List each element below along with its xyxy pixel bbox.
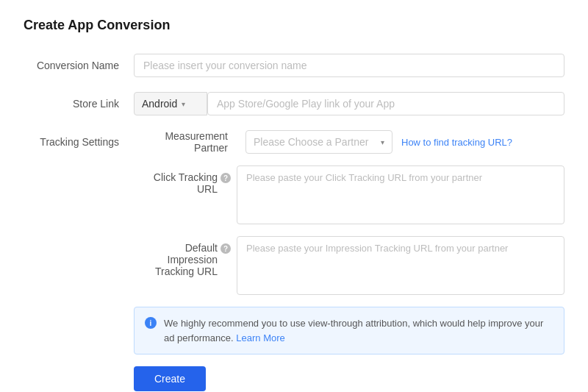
store-select-dropdown[interactable]: Android ▾ (134, 92, 207, 115)
partner-placeholder: Please Choose a Partner (254, 136, 368, 148)
impression-tracking-url-input[interactable] (237, 236, 564, 295)
store-link-label: Store Link (24, 92, 134, 110)
tracking-settings-section: Tracking Settings Measurement Partner Pl… (24, 130, 564, 354)
impression-tracking-url-label: Default Impression Tracking URL (134, 242, 218, 277)
tracking-settings-label: Tracking Settings (24, 130, 134, 148)
click-tracking-url-label-group: Click Tracking URL ? (134, 165, 237, 195)
measurement-partner-dropdown[interactable]: Please Choose a Partner ▾ (245, 130, 392, 154)
conversion-name-row: Conversion Name (24, 54, 564, 77)
info-icon: i (145, 317, 157, 329)
create-button[interactable]: Create (134, 366, 206, 391)
chevron-down-icon: ▾ (381, 138, 384, 146)
measurement-partner-row: Measurement Partner Please Choose a Part… (134, 130, 564, 154)
click-tracking-url-row: Click Tracking URL ? (134, 165, 564, 224)
chevron-down-icon: ▾ (182, 100, 185, 108)
info-box-main-text: We highly recommend you to use view-thro… (164, 318, 543, 343)
how-to-find-tracking-url-link[interactable]: How to find tracking URL? (401, 137, 512, 148)
learn-more-link[interactable]: Learn More (236, 332, 284, 343)
impression-tracking-url-help-icon[interactable]: ? (220, 243, 231, 254)
info-box: i We highly recommend you to use view-th… (134, 307, 564, 354)
create-app-conversion-form: Conversion Name Store Link Android ▾ Tra… (24, 54, 564, 354)
click-tracking-url-input[interactable] (237, 165, 564, 224)
store-link-row: Store Link Android ▾ (24, 92, 564, 115)
impression-tracking-url-label-group: Default Impression Tracking URL ? (134, 236, 237, 277)
tracking-settings-inner: Measurement Partner Please Choose a Part… (134, 130, 564, 354)
click-tracking-url-label: Click Tracking URL (134, 171, 218, 195)
store-link-control: Android ▾ (134, 92, 564, 115)
conversion-name-input[interactable] (134, 54, 564, 77)
store-link-input-group: Android ▾ (134, 92, 564, 115)
impression-tracking-url-row: Default Impression Tracking URL ? (134, 236, 564, 295)
store-select-value: Android (142, 98, 177, 110)
store-link-input[interactable] (207, 92, 564, 115)
click-tracking-url-help-icon[interactable]: ? (220, 173, 231, 183)
conversion-name-label: Conversion Name (24, 54, 134, 71)
info-box-text: We highly recommend you to use view-thro… (164, 316, 553, 345)
conversion-name-control (134, 54, 564, 77)
button-row: Create (24, 360, 564, 391)
measurement-partner-label: Measurement Partner (134, 130, 237, 154)
page-title: Create App Conversion (24, 18, 564, 33)
